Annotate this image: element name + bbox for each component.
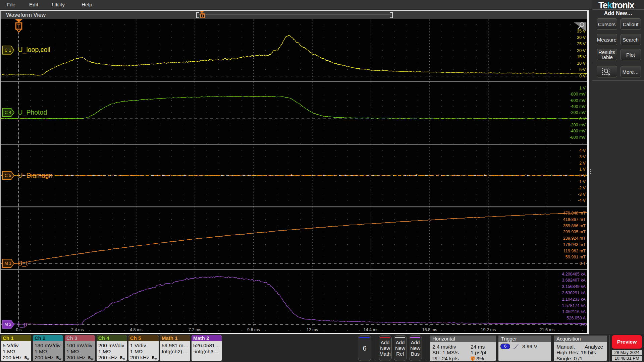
svg-text:1 V: 1 V	[579, 167, 586, 172]
svg-text:7.2 ms: 7.2 ms	[189, 327, 201, 332]
svg-text:14.4 ms: 14.4 ms	[363, 327, 378, 332]
svg-text:16.8 ms: 16.8 ms	[422, 327, 437, 332]
svg-text:-600 mV: -600 mV	[570, 135, 586, 140]
svg-text:10 V: 10 V	[577, 61, 586, 66]
svg-text:30 V: 30 V	[577, 35, 586, 40]
svg-text:21.6 ms: 21.6 ms	[539, 327, 554, 332]
svg-text:12 ms: 12 ms	[306, 327, 318, 332]
svg-text:3.156349 kA: 3.156349 kA	[562, 284, 586, 289]
svg-text:9.6 ms: 9.6 ms	[247, 327, 260, 332]
svg-text:U_Photod: U_Photod	[18, 109, 47, 116]
svg-text:-400 mV: -400 mV	[570, 129, 586, 133]
svg-text:M 1: M 1	[4, 261, 11, 266]
svg-text:0 V: 0 V	[579, 74, 586, 78]
svg-text:19.2 ms: 19.2 ms	[481, 327, 496, 332]
svg-text:T: T	[472, 357, 474, 360]
svg-text:2.630291 kA: 2.630291 kA	[562, 291, 586, 295]
svg-text:25 V: 25 V	[577, 42, 586, 46]
svg-text:4.208465 kA: 4.208465 kA	[562, 272, 586, 277]
svg-text:400 mV: 400 mV	[571, 104, 586, 109]
svg-text:-4 V: -4 V	[578, 198, 586, 203]
svg-text:U_loop,coil: U_loop,coil	[18, 46, 50, 54]
svg-text:C 4: C 4	[4, 110, 11, 115]
svg-text:600 mV: 600 mV	[571, 98, 586, 103]
svg-text:-3 V: -3 V	[578, 192, 586, 197]
svg-text:0 T: 0 T	[580, 261, 586, 266]
svg-text:B_t: B_t	[18, 259, 28, 267]
svg-text:M 2: M 2	[4, 322, 11, 327]
svg-text:299.905 mT: 299.905 mT	[563, 230, 586, 234]
svg-text:179.943 mT: 179.943 mT	[563, 242, 586, 247]
svg-text:479.848 mT: 479.848 mT	[563, 211, 586, 216]
svg-text:4.8 ms: 4.8 ms	[130, 327, 143, 332]
svg-text:0 A: 0 A	[579, 322, 586, 327]
svg-text:2 V: 2 V	[579, 161, 586, 166]
svg-text:2.4 ms: 2.4 ms	[71, 327, 84, 332]
svg-text:239.924 mT: 239.924 mT	[563, 236, 586, 241]
svg-text:59.981 mT: 59.981 mT	[565, 255, 586, 259]
svg-text:0 s: 0 s	[16, 327, 21, 332]
svg-text:1.578174 kA: 1.578174 kA	[562, 303, 586, 308]
svg-text:C 5: C 5	[4, 173, 11, 178]
svg-text:T: T	[17, 23, 20, 29]
svg-text:4 V: 4 V	[579, 148, 586, 153]
svg-text:-1 V: -1 V	[578, 179, 586, 184]
svg-text:3 V: 3 V	[579, 155, 586, 159]
svg-text:359.886 mT: 359.886 mT	[563, 224, 586, 228]
svg-text:800 mV: 800 mV	[571, 92, 586, 97]
svg-text:15 V: 15 V	[577, 55, 586, 59]
svg-text:C 1: C 1	[4, 48, 11, 53]
svg-text:1 V: 1 V	[579, 86, 586, 90]
svg-text:3.682407 kA: 3.682407 kA	[562, 278, 586, 283]
svg-text:419.867 mT: 419.867 mT	[563, 217, 586, 222]
svg-text:2.104233 kA: 2.104233 kA	[562, 297, 586, 302]
svg-text:U_Diamagn: U_Diamagn	[18, 172, 52, 179]
svg-text:526.058 A: 526.058 A	[567, 316, 586, 320]
svg-text:I_p: I_p	[18, 320, 27, 328]
svg-text:0 V: 0 V	[579, 173, 586, 178]
svg-text:20 V: 20 V	[577, 48, 586, 53]
svg-text:1.052116 kA: 1.052116 kA	[562, 309, 586, 314]
svg-text:5 V: 5 V	[579, 67, 586, 72]
svg-text:-200 mV: -200 mV	[570, 123, 586, 127]
svg-text:119.962 mT: 119.962 mT	[563, 249, 586, 253]
svg-text:0 V: 0 V	[579, 117, 586, 121]
svg-text:-2 V: -2 V	[578, 186, 586, 190]
svg-text:200 mV: 200 mV	[571, 110, 586, 115]
